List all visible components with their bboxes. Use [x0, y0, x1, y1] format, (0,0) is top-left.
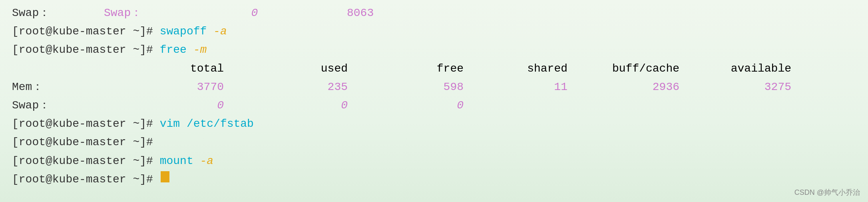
mem-row: Mem： 3770 235 598 11 2936 3275: [12, 78, 856, 96]
swap-0-prev: 0: [142, 4, 258, 22]
col-buffcache-header: buff/cache: [567, 60, 679, 78]
arg-mount: -a: [193, 152, 213, 170]
swap-free: 0: [348, 96, 464, 115]
prompt-free: [root@kube-master ~]#: [12, 41, 160, 59]
prompt-last: [root@kube-master ~]#: [12, 170, 160, 189]
col-total-header: total: [100, 60, 224, 78]
prompt-mount: [root@kube-master ~]#: [12, 152, 160, 170]
swap-prev-line: Swap： Swap： 0 8063: [12, 4, 856, 22]
mem-free: 598: [348, 78, 464, 96]
swap-used: 0: [224, 96, 348, 115]
cmd-swapoff: swapoff: [160, 22, 207, 41]
mem-used: 235: [224, 78, 348, 96]
mem-shared: 11: [464, 78, 567, 96]
mem-total: 3770: [100, 78, 224, 96]
prompt-empty: [root@kube-master ~]#: [12, 133, 153, 152]
swap-label-prev: Swap：: [12, 4, 50, 22]
vim-line: [root@kube-master ~]# vim /etc/fstab: [12, 115, 856, 133]
free-line: [root@kube-master ~]# free -m: [12, 41, 856, 59]
cursor: [161, 171, 169, 182]
mem-buffcache: 2936: [567, 78, 679, 96]
col-available-header: available: [679, 60, 791, 78]
empty-line: [root@kube-master ~]#: [12, 133, 856, 152]
watermark: CSDN @帅气小乔治: [794, 188, 860, 197]
mem-available: 3275: [679, 78, 791, 96]
prompt-swapoff: [root@kube-master ~]#: [12, 22, 160, 41]
cmd-vim: vim /etc/fstab: [160, 115, 254, 133]
arg-swapoff: -a: [207, 22, 227, 41]
terminal: Swap： Swap： 0 8063 [root@kube-master ~]#…: [0, 0, 868, 202]
col-shared-header: shared: [464, 60, 567, 78]
swap-total-prev: Swap：: [50, 4, 142, 22]
table-header: total used free shared buff/cache availa…: [12, 60, 856, 78]
swap-total: 0: [100, 96, 224, 115]
swap-8063-prev: 8063: [258, 4, 374, 22]
col-used-header: used: [224, 60, 348, 78]
swap-label: Swap：: [12, 96, 100, 115]
cmd-free: free: [160, 41, 187, 59]
cmd-mount: mount: [160, 152, 193, 170]
arg-free: -m: [187, 41, 207, 59]
col-free-header: free: [348, 60, 464, 78]
swap-row: Swap： 0 0 0: [12, 96, 856, 115]
swapoff-line: [root@kube-master ~]# swapoff -a: [12, 22, 856, 41]
last-line: [root@kube-master ~]#: [12, 170, 856, 189]
mount-line: [root@kube-master ~]# mount -a: [12, 152, 856, 170]
prompt-vim: [root@kube-master ~]#: [12, 115, 160, 133]
mem-label: Mem：: [12, 78, 100, 96]
